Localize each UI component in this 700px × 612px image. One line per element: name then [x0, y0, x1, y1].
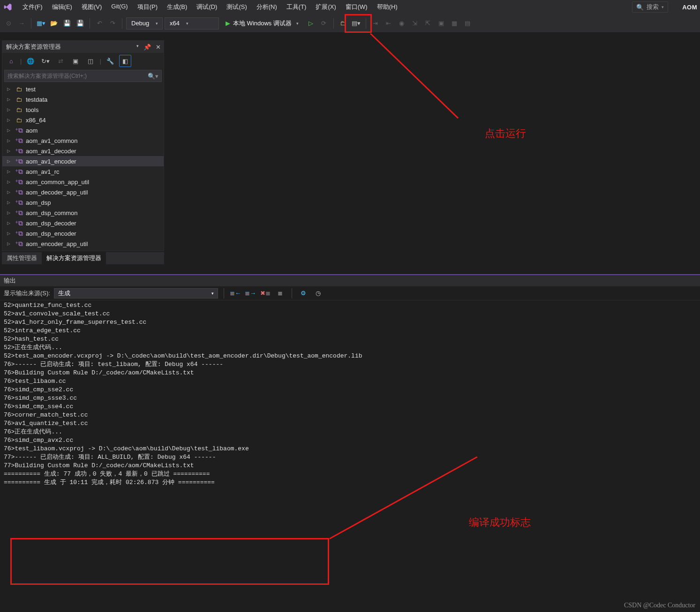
project-tree[interactable]: ▷🗀test▷🗀testdata▷🗀tools▷🗀x86_64▷⁺⧉aom▷⁺⧉… [2, 84, 164, 251]
expand-icon[interactable]: ▷ [7, 107, 12, 112]
menu-item[interactable]: 项目(P) [133, 1, 162, 13]
tree-item[interactable]: ▷🗀tools [2, 104, 164, 115]
tree-item[interactable]: ▷⁺⧉aom_dsp_common [2, 208, 164, 218]
nav-back-icon[interactable]: ⊙ [3, 18, 14, 29]
undo-icon[interactable]: ↶ [94, 18, 105, 29]
tree-item[interactable]: ▷⁺⧉aom_dsp_decoder [2, 218, 164, 228]
expand-icon[interactable]: ▷ [7, 159, 12, 164]
menu-item[interactable]: 分析(N) [252, 1, 282, 13]
globe-icon[interactable]: 🌐 [24, 55, 37, 67]
menu-item[interactable]: 测试(S) [222, 1, 251, 13]
menu-item[interactable]: 生成(B) [162, 1, 192, 13]
expand-icon[interactable]: ▷ [7, 179, 12, 184]
expand-icon[interactable]: ▷ [7, 169, 12, 174]
menu-item[interactable]: 文件(F) [18, 1, 47, 13]
global-search[interactable]: 🔍 搜索 ▾ [632, 1, 668, 13]
tree-item[interactable]: ▷⁺⧉aom_av1_encoder [2, 156, 164, 166]
menu-item[interactable]: 调试(D) [192, 1, 222, 13]
save-all-icon[interactable]: 💾 [75, 18, 86, 29]
step-icon-7[interactable]: ▦ [449, 18, 460, 29]
save-icon[interactable]: 💾 [61, 18, 73, 29]
menu-bar: 文件(F)编辑(E)视图(V)Git(G)项目(P)生成(B)调试(D)测试(S… [0, 0, 700, 14]
explorer-search[interactable]: 🔍▾ [4, 70, 162, 82]
step-icon-1[interactable]: ⇥ [370, 18, 381, 29]
tree-item-label: tools [26, 106, 38, 113]
platform-combo[interactable]: x64▾ [165, 17, 219, 30]
expand-icon[interactable]: ▷ [7, 138, 12, 143]
tree-item[interactable]: ▷⁺⧉aom_encoder_app_util [2, 239, 164, 249]
expand-icon[interactable]: ▷ [7, 210, 12, 215]
dropdown-icon[interactable]: ▾ [136, 44, 139, 51]
tree-item[interactable]: ▷⁺⧉aom_av1_rc [2, 166, 164, 177]
menu-item[interactable]: 编辑(E) [47, 1, 77, 13]
step-icon-5[interactable]: ⇱ [422, 18, 434, 29]
tool-icon[interactable]: ▤▾ [351, 18, 362, 29]
run-debug-button[interactable]: ▶ 本地 Windows 调试器 ▾ [221, 17, 303, 30]
output-source-combo[interactable]: 生成 ▾ [54, 288, 218, 299]
menu-item[interactable]: 窗口(W) [341, 1, 372, 13]
refresh-icon[interactable]: ↻▾ [39, 55, 52, 67]
search-placeholder: 搜索 [647, 3, 659, 11]
expand-icon[interactable]: ▷ [7, 190, 12, 194]
clear-icon[interactable]: ✖≣ [260, 288, 271, 299]
expand-icon[interactable]: ▷ [7, 118, 12, 122]
expand-icon[interactable]: ▷ [7, 241, 12, 246]
explorer-search-input[interactable] [8, 73, 148, 79]
tree-item[interactable]: ▷⁺⧉aom_dsp_encoder [2, 228, 164, 239]
tab-solution-explorer[interactable]: 解决方案资源管理器 [42, 252, 106, 264]
stop-icon[interactable]: ⟳ [318, 18, 330, 29]
show-all-icon[interactable]: ◫ [84, 55, 97, 67]
tree-item[interactable]: ▷⁺⧉aom_common_app_util [2, 177, 164, 187]
menu-item[interactable]: 扩展(X) [311, 1, 340, 13]
step-icon-6[interactable]: ▣ [436, 18, 447, 29]
project-icon: ⁺⧉ [15, 147, 23, 155]
chevron-down-icon: ▾ [186, 21, 188, 26]
expand-icon[interactable]: ▷ [7, 149, 12, 153]
menu-item[interactable]: 工具(T) [282, 1, 311, 13]
menu-item[interactable]: Git(G) [106, 1, 132, 13]
open-file-icon[interactable]: 📂 [48, 18, 60, 29]
browse-icon[interactable]: 🗀 [338, 18, 349, 29]
tree-item[interactable]: ▷⁺⧉aom_decoder_app_util [2, 187, 164, 197]
goto-prev-icon[interactable]: ≣← [230, 288, 241, 299]
step-icon-3[interactable]: ◉ [396, 18, 407, 29]
properties-icon[interactable]: 🔧 [104, 55, 116, 67]
expand-icon[interactable]: ▷ [7, 128, 12, 133]
run-no-debug-icon[interactable]: ▷ [305, 18, 316, 29]
tree-item[interactable]: ▷⁺⧉aom_av1_common [2, 135, 164, 146]
tree-item[interactable]: ▷🗀testdata [2, 94, 164, 104]
preview-icon[interactable]: ◧ [119, 55, 131, 67]
wrap-icon[interactable]: ≣ [275, 288, 286, 299]
tree-item[interactable]: ▷🗀test [2, 84, 164, 94]
collapse-icon[interactable]: ▣ [69, 55, 82, 67]
goto-next-icon[interactable]: ≣→ [245, 288, 256, 299]
nav-fwd-icon[interactable]: → [16, 18, 27, 29]
tree-item-label: aom_decoder_app_util [26, 189, 88, 196]
sync-icon[interactable]: ⇄ [54, 55, 67, 67]
tree-item[interactable]: ▷⁺⧉aom [2, 125, 164, 135]
new-project-icon[interactable]: ▦▾ [35, 18, 46, 29]
tree-item[interactable]: ▷⁺⧉aom_dsp [2, 197, 164, 208]
expand-icon[interactable]: ▷ [7, 87, 12, 91]
pin-icon[interactable]: 📌 [143, 44, 151, 51]
menu-item[interactable]: 帮助(H) [372, 1, 402, 13]
expand-icon[interactable]: ▷ [7, 221, 12, 225]
close-icon[interactable]: ✕ [156, 44, 161, 51]
expand-icon[interactable]: ▷ [7, 231, 12, 236]
menu-item[interactable]: 视图(V) [77, 1, 106, 13]
tree-item[interactable]: ▷⁺⧉aom_av1_decoder [2, 146, 164, 156]
tree-item[interactable]: ▷🗀x86_64 [2, 115, 164, 125]
timer-icon[interactable]: ◷ [313, 288, 324, 299]
tree-item[interactable]: ▷⁺⧉aom_encoder_stats [2, 249, 164, 251]
tab-property-manager[interactable]: 属性管理器 [2, 252, 42, 264]
home-icon[interactable]: ⌂ [5, 55, 17, 67]
step-icon-2[interactable]: ⇤ [383, 18, 394, 29]
step-icon-4[interactable]: ⇲ [409, 18, 421, 29]
expand-icon[interactable]: ▷ [7, 200, 12, 205]
config-combo[interactable]: Debug▾ [126, 17, 163, 30]
expand-icon[interactable]: ▷ [7, 97, 12, 102]
step-icon-8[interactable]: ▤ [462, 18, 473, 29]
output-text[interactable]: 52>quantize_func_test.cc 52>av1_convolve… [0, 300, 700, 612]
redo-icon[interactable]: ↷ [107, 18, 118, 29]
codelink-icon[interactable]: ⚙ [298, 288, 309, 299]
